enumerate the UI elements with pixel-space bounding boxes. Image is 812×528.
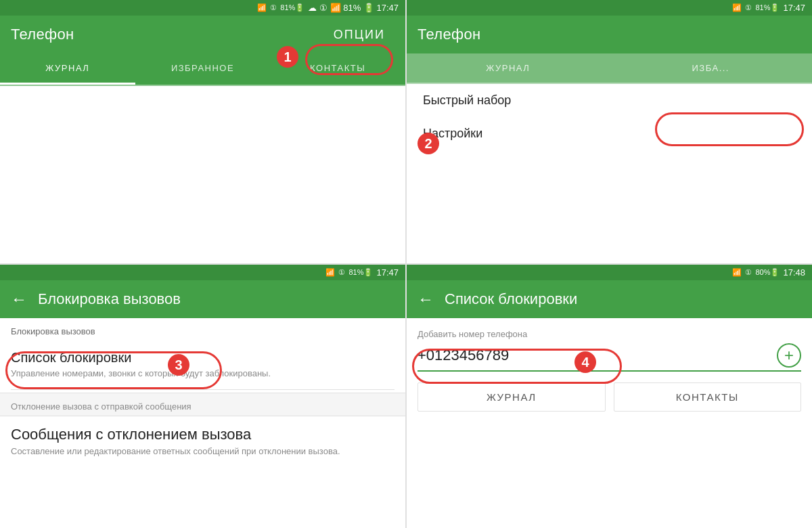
settings-header-3: ← Блокировка вызовов [0,280,405,318]
reject-desc: Составление или редактирование ответных … [11,445,394,458]
block-list-desc: Управление номерами, звонки с которых бу… [11,368,394,380]
time-1: ☁ ① 📶 81% 🔋 17:47 [308,3,399,13]
menu-quick-dial[interactable]: Быстрый набор [407,84,812,117]
journal-button[interactable]: ЖУРНАЛ [418,382,606,412]
phone-input-row: +0123456789 + [418,343,801,372]
status-icons-2: 📶 ① 81%🔋 17:47 [732,3,805,13]
status-icons-1: 📶 ① 81%🔋 ☁ ① 📶 81% 🔋 17:47 [257,3,399,13]
reject-messages-item[interactable]: Сообщения с отклонением вызова Составлен… [0,416,405,467]
options-button[interactable]: ОПЦИИ [324,24,394,46]
tab-contacts-1[interactable]: КОНТАКТЫ [270,53,405,85]
status-bar-1: 📶 ① 81%🔋 ☁ ① 📶 81% 🔋 17:47 [0,0,405,16]
signal-icon-4: ① [745,268,752,277]
divider-3 [11,389,394,390]
tab-journal-2[interactable]: ЖУРНАЛ [407,53,610,83]
section-label-3b: Отклонение вызова с отправкой сообщения [0,393,405,416]
block-list-item[interactable]: Список блокировки Управление номерами, з… [0,340,405,389]
signal-icon-2: ① [745,3,752,12]
panel-block-calls: 📶 ① 81%🔋 17:47 ← Блокировка вызовов Блок… [0,265,405,528]
battery-icon: 81%🔋 [280,3,304,12]
status-icons-4: 📶 ① 80%🔋 17:48 [732,267,805,278]
phone-header-1: Телефон ОПЦИИ [0,16,405,53]
phone-input[interactable]: +0123456789 [418,347,770,364]
phone-title-2: Телефон [418,26,480,43]
time-3: 17:47 [376,267,399,278]
menu-settings[interactable]: Настройки [407,117,812,150]
wifi-icon-4: 📶 [732,268,742,277]
wifi-icon-2: 📶 [732,3,742,12]
battery-icon-3: 81%🔋 [348,268,373,277]
panel-block-list: 📶 ① 80%🔋 17:48 ← Список блокировки Добав… [407,265,812,528]
status-bar-4: 📶 ① 80%🔋 17:48 [407,265,812,280]
add-number-button[interactable]: + [777,343,801,368]
status-bar-2: 📶 ① 81%🔋 17:47 [407,0,812,16]
tab-bar-2: ЖУРНАЛ ИЗБА... [407,53,812,84]
blocklist-content: Добавить номер телефона +0123456789 + ЖУ… [407,318,812,528]
battery-icon-4: 80%🔋 [755,268,780,277]
settings-title-3: Блокировка вызовов [38,290,181,308]
phone-header-2: Телефон [407,16,812,53]
signal-icon-3: ① [338,268,345,277]
battery-icon-2: 81%🔋 [755,3,780,12]
signal-icon: ① [270,3,277,12]
block-list-title: Список блокировки [11,350,394,366]
wifi-icon-3: 📶 [325,268,335,277]
phone-title-1: Телефон [11,26,74,43]
dropdown-menu: Быстрый набор Настройки [407,84,812,150]
content-area-1 [0,86,405,263]
status-icons-3: 📶 ① 81%🔋 17:47 [325,267,399,278]
section-label-3: Блокировка вызовов [0,318,405,340]
back-button-4[interactable]: ← [418,290,434,309]
tab-favorites-1[interactable]: ИЗБРАННОЕ [135,53,271,85]
panel-phone-options: 📶 ① 81%🔋 ☁ ① 📶 81% 🔋 17:47 Телефон ОПЦИИ… [0,0,405,263]
status-bar-3: 📶 ① 81%🔋 17:47 [0,265,405,280]
contacts-button[interactable]: КОНТАКТЫ [614,382,802,412]
tab-journal-1[interactable]: ЖУРНАЛ [0,53,135,85]
tab-bar-1: ЖУРНАЛ ИЗБРАННОЕ КОНТАКТЫ [0,53,405,86]
tab-favorites-2[interactable]: ИЗБА... [610,53,813,83]
panel-menu-open: 📶 ① 81%🔋 17:47 Телефон ЖУРНАЛ ИЗБА... Бы… [407,0,812,263]
back-button-3[interactable]: ← [11,290,27,309]
time-4: 17:48 [783,267,805,278]
add-number-label: Добавить номер телефона [418,329,801,339]
contact-buttons: ЖУРНАЛ КОНТАКТЫ [418,382,801,412]
wifi-icon: 📶 [257,3,267,12]
reject-title: Сообщения с отклонением вызова [11,426,394,443]
settings-header-4: ← Список блокировки [407,280,812,318]
settings-title-4: Список блокировки [445,290,577,308]
time-2: 17:47 [783,3,805,13]
